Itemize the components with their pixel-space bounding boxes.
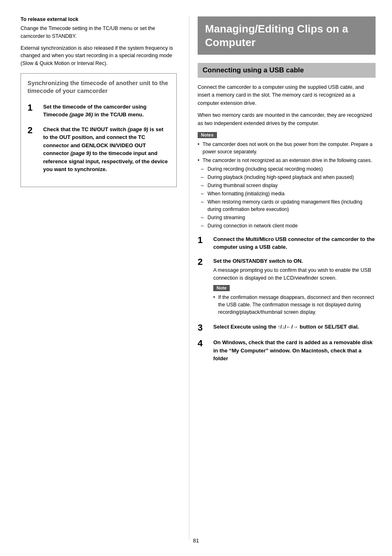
- right-step-2-num: 2: [198, 257, 209, 267]
- right-step-1-title: Connect the Multi/Micro USB connector of…: [213, 235, 376, 251]
- main-title-box: Managing/Editing Clips on a Computer: [198, 16, 376, 55]
- sub-note-4: When formatting (initializing) media: [201, 190, 376, 197]
- left-step-1: 1 Set the timecode of the camcorder usin…: [28, 103, 170, 119]
- right-step-3: 3 Select Execute using the ↑/↓/←/→ butto…: [198, 323, 376, 333]
- page-number: 81: [193, 537, 199, 544]
- right-step-1: 1 Connect the Multi/Micro USB connector …: [198, 235, 376, 251]
- left-step-2-num: 2: [28, 125, 39, 135]
- left-step-2-italic1: (page 9): [128, 126, 148, 132]
- right-step-4-content: On Windows, check that the card is added…: [213, 338, 376, 363]
- sub-note-5: When restoring memory cards or updating …: [201, 198, 376, 213]
- left-step-1-num: 1: [28, 103, 39, 113]
- right-step-1-content: Connect the Multi/Micro USB connector of…: [213, 235, 376, 251]
- right-step-3-content: Select Execute using the ↑/↓/←/→ button …: [213, 323, 376, 331]
- right-step-3-title: Select Execute using the ↑/↓/←/→ button …: [213, 323, 376, 331]
- right-step-2-title: Set the ON/STANDBY switch to ON.: [213, 257, 376, 265]
- external-lock-title: To release external lock: [21, 16, 177, 22]
- right-step-4-title: On Windows, check that the card is added…: [213, 338, 376, 363]
- sub-note-7: During connection in network client mode: [201, 222, 376, 229]
- sync-section: Synchronizing the timecode of another un…: [21, 73, 177, 187]
- left-step-2: 2 Check that the TC IN/OUT switch (page …: [28, 125, 170, 174]
- right-step-2-body: A message prompting you to confirm that …: [213, 266, 376, 282]
- note-item-1: The camcorder does not work on the bus p…: [198, 141, 376, 155]
- sub-note-2: During playback (including high-speed pl…: [201, 174, 376, 181]
- notes-list: The camcorder does not work on the bus p…: [198, 141, 376, 164]
- left-step-2-italic2: (page 9): [70, 150, 91, 156]
- intro-text2: When two memory cards are mounted in the…: [198, 111, 376, 127]
- right-step-2-content: Set the ON/STANDBY switch to ON. A messa…: [213, 257, 376, 317]
- sub-notes-list: During recording (including special reco…: [201, 165, 376, 229]
- right-step-3-num: 3: [198, 323, 209, 333]
- note-label: Note: [213, 285, 230, 291]
- note-item-2: The camcorder is not recognized as an ex…: [198, 157, 376, 164]
- right-step-2: 2 Set the ON/STANDBY switch to ON. A mes…: [198, 257, 376, 317]
- left-step-2-text: Check that the TC IN/OUT switch (page 9)…: [43, 125, 170, 174]
- external-lock-text2: External synchronization is also release…: [21, 44, 177, 67]
- notes-label: Notes: [198, 132, 217, 138]
- notes-box: Notes The camcorder does not work on the…: [198, 132, 376, 229]
- left-step-1-text: Set the timecode of the camcorder using …: [43, 103, 170, 119]
- right-step-4: 4 On Windows, check that the card is add…: [198, 338, 376, 363]
- page: To release external lock Change the Time…: [0, 0, 392, 556]
- step2-note-box: Note If the confirmation message disappe…: [213, 285, 376, 316]
- sync-title: Synchronizing the timecode of another un…: [28, 79, 170, 95]
- left-column: To release external lock Change the Time…: [0, 16, 189, 540]
- right-step-4-num: 4: [198, 338, 209, 348]
- step2-note-list: If the confirmation message disappears, …: [213, 294, 376, 316]
- intro-text1: Connect the camcorder to a computer usin…: [198, 83, 376, 107]
- sub-note-1: During recording (including special reco…: [201, 165, 376, 173]
- section-title: Connecting using a USB cable: [203, 66, 371, 74]
- external-lock-text1: Change the Timecode setting in the TC/UB…: [21, 25, 177, 40]
- right-column: Managing/Editing Clips on a Computer Con…: [189, 16, 392, 540]
- main-title: Managing/Editing Clips on a Computer: [205, 22, 368, 49]
- right-step-1-num: 1: [198, 235, 209, 245]
- sub-note-6: During streaming: [201, 214, 376, 221]
- step2-note-item: If the confirmation message disappears, …: [213, 294, 376, 316]
- section-title-box: Connecting using a USB cable: [198, 63, 376, 78]
- left-step-1-italic: (page 36): [69, 111, 93, 118]
- sub-note-3: During thumbnail screen display: [201, 182, 376, 189]
